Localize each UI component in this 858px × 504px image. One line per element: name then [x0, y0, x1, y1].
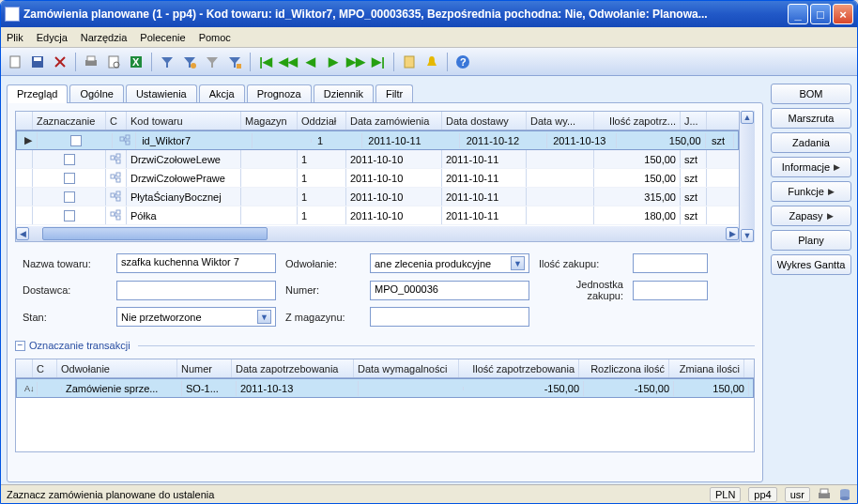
- help-icon[interactable]: ?: [452, 52, 473, 72]
- minimize-button[interactable]: _: [788, 4, 808, 24]
- collapse-icon[interactable]: −: [15, 341, 25, 351]
- stan-select[interactable]: Nie przetworzone▼: [116, 307, 276, 327]
- select-checkbox[interactable]: [64, 154, 75, 165]
- next-record-icon[interactable]: ▶: [323, 52, 344, 72]
- filter-clear-icon[interactable]: [202, 52, 222, 72]
- order-row[interactable]: DrzwiCzołowePrawe12011-10-102011-10-1115…: [16, 169, 739, 188]
- col2-data-zapotrzebowania[interactable]: Data zapotrzebowania: [232, 359, 354, 377]
- side-button-bom[interactable]: BOM: [771, 84, 851, 104]
- grid-v-scrollbar[interactable]: ▲ ▼: [740, 111, 755, 242]
- svg-rect-27: [116, 160, 120, 163]
- scroll-up-icon[interactable]: ▲: [741, 111, 754, 124]
- scroll-right-icon[interactable]: ▶: [726, 227, 739, 240]
- col-oddzial[interactable]: Oddział: [298, 112, 346, 130]
- select-checkbox[interactable]: [64, 173, 75, 184]
- jednostka-zakupu-field[interactable]: [633, 281, 708, 300]
- col2-ilosc-zapotrzebowania[interactable]: Ilość zapotrzebowania: [459, 359, 579, 377]
- document-icon[interactable]: [399, 52, 420, 72]
- last-record-icon[interactable]: ▶|: [368, 52, 389, 72]
- scroll-down-icon[interactable]: ▼: [741, 229, 754, 242]
- close-button[interactable]: ×: [833, 4, 853, 24]
- tab-filtr[interactable]: Filtr: [375, 84, 413, 102]
- svg-rect-26: [116, 154, 120, 158]
- tab-ustawienia[interactable]: Ustawienia: [126, 84, 197, 102]
- tab-ogolne[interactable]: Ogólne: [69, 84, 123, 102]
- tab-dziennik[interactable]: Dziennik: [314, 84, 374, 102]
- orders-grid[interactable]: Zaznaczanie C Kod towaru Magazyn Oddział…: [15, 111, 740, 242]
- tab-przeglad[interactable]: Przegląd: [7, 84, 68, 103]
- grid-h-scrollbar[interactable]: ◀ ▶: [16, 226, 739, 241]
- transactions-grid[interactable]: C Odwołanie Numer Data zapotrzebowania D…: [15, 359, 755, 452]
- save-icon[interactable]: [27, 52, 48, 72]
- col2-numer[interactable]: Numer: [177, 359, 232, 377]
- select-checkbox[interactable]: [64, 210, 75, 221]
- col2-zmiana-ilosci[interactable]: Zmiana ilości: [669, 359, 744, 377]
- transaction-row[interactable]: A↓ Zamówienie sprze... SO-1... 2011-10-1…: [16, 378, 754, 398]
- maximize-button[interactable]: □: [810, 4, 831, 24]
- tab-prognoza[interactable]: Prognoza: [247, 84, 312, 102]
- order-row[interactable]: DrzwiCzołoweLewe12011-10-102011-10-11150…: [16, 150, 739, 169]
- col-magazyn[interactable]: Magazyn: [241, 112, 298, 130]
- svg-rect-37: [116, 197, 120, 201]
- col-kod-towaru[interactable]: Kod towaru: [127, 112, 241, 130]
- numer-field[interactable]: MPO_000036: [370, 281, 529, 300]
- svg-rect-16: [237, 64, 241, 69]
- dropdown-icon[interactable]: ▼: [511, 256, 525, 270]
- col-ilosc-zapotrz[interactable]: Ilość zapotrz...: [594, 112, 681, 130]
- order-row[interactable]: Półka12011-10-102011-10-11180,00szt: [16, 206, 739, 225]
- svg-point-13: [191, 63, 196, 69]
- col-jednostka[interactable]: J...: [681, 112, 707, 130]
- side-button-zapasy[interactable]: Zapasy▶: [771, 206, 851, 226]
- side-button-wykres-gantta[interactable]: Wykres Gantta: [771, 254, 851, 275]
- menu-pomoc[interactable]: Pomoc: [199, 32, 231, 43]
- print-icon[interactable]: [81, 52, 101, 72]
- filter-advanced-icon[interactable]: [224, 52, 245, 72]
- menu-plik[interactable]: Plik: [7, 32, 23, 43]
- menu-edycja[interactable]: Edycja: [37, 32, 68, 43]
- scroll-thumb[interactable]: [42, 227, 268, 240]
- col2-odwolanie[interactable]: Odwołanie: [57, 359, 177, 377]
- filter-icon[interactable]: [157, 52, 177, 72]
- dostawca-field[interactable]: [116, 281, 276, 300]
- tab-akcja[interactable]: Akcja: [199, 84, 245, 102]
- section-oznaczanie-transakcji[interactable]: − Oznaczanie transakcji: [15, 340, 755, 351]
- delete-icon[interactable]: [50, 52, 70, 72]
- status-print-icon: [818, 488, 831, 501]
- print-preview-icon[interactable]: [103, 52, 124, 72]
- dropdown-icon[interactable]: ▼: [257, 310, 271, 324]
- svg-rect-22: [126, 141, 130, 145]
- col-zaznaczanie[interactable]: Zaznaczanie: [33, 112, 106, 130]
- col-c[interactable]: C: [106, 112, 127, 130]
- side-button-plany[interactable]: Plany: [771, 230, 851, 251]
- side-button-marszruta[interactable]: Marszruta: [771, 108, 851, 129]
- filter-refresh-icon[interactable]: [179, 52, 200, 72]
- side-button-funkcje[interactable]: Funkcje▶: [771, 181, 851, 202]
- ilosc-zakupu-field[interactable]: [633, 253, 708, 273]
- z-magazynu-field[interactable]: [370, 307, 529, 327]
- col-data-wymagalnosci[interactable]: Data wy...: [527, 112, 594, 130]
- alert-icon[interactable]: [421, 52, 442, 72]
- menu-polecenie[interactable]: Polecenie: [140, 32, 185, 43]
- prev-record-icon[interactable]: ◀: [300, 52, 321, 72]
- scroll-left-icon[interactable]: ◀: [16, 227, 29, 240]
- next-page-icon[interactable]: ▶▶: [345, 52, 366, 72]
- col-data-zamowienia[interactable]: Data zamówienia: [346, 112, 442, 130]
- new-icon[interactable]: [5, 52, 25, 72]
- side-button-informacje[interactable]: Informacje▶: [771, 157, 851, 177]
- select-checkbox[interactable]: [64, 191, 75, 203]
- select-checkbox[interactable]: [70, 135, 82, 146]
- svg-rect-32: [116, 178, 120, 182]
- col2-c[interactable]: C: [33, 359, 57, 377]
- prev-page-icon[interactable]: ◀◀: [278, 52, 299, 72]
- order-row[interactable]: ▶id_Wiktor712011-10-112011-10-122011-10-…: [16, 130, 739, 150]
- nazwa-towaru-field[interactable]: szafka kuchenna Wiktor 7: [116, 253, 276, 273]
- menu-narzedzia[interactable]: Narzędzia: [81, 32, 128, 43]
- order-row[interactable]: PłytaŚcianyBocznej12011-10-102011-10-113…: [16, 188, 739, 206]
- first-record-icon[interactable]: |◀: [255, 52, 276, 72]
- odwolanie-select[interactable]: ane zlecenia produkcyjne▼: [370, 253, 529, 273]
- col-data-dostawy[interactable]: Data dostawy: [442, 112, 527, 130]
- export-excel-icon[interactable]: X: [126, 52, 146, 72]
- col2-rozliczona-ilosc[interactable]: Rozliczona ilość: [579, 359, 669, 377]
- col2-data-wymagalnosci[interactable]: Data wymagalności: [354, 359, 459, 377]
- side-button-zadania[interactable]: Zadania: [771, 132, 851, 153]
